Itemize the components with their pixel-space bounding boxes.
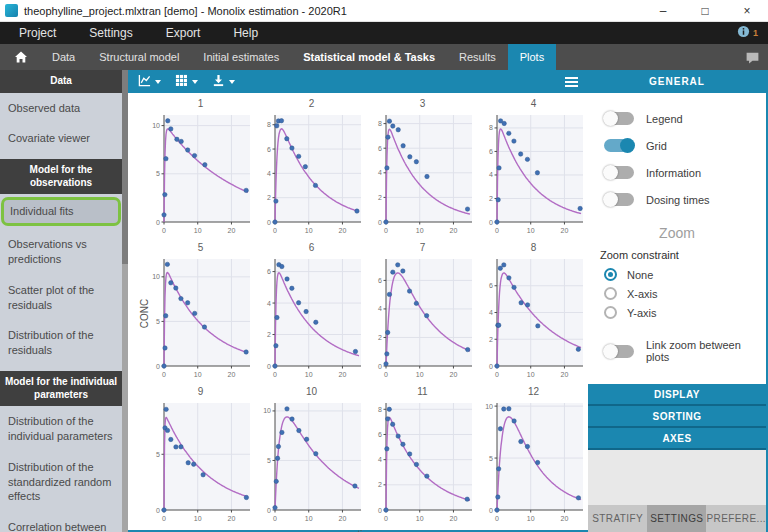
window-title: theophylline_project.mlxtran [demo] - Mo… — [24, 5, 347, 17]
toggle-grid-toggle[interactable] — [604, 139, 634, 152]
sidebar-item-distribution-of-the-individual-parameters[interactable]: Distribution of the individual parameter… — [0, 406, 122, 452]
svg-text:2: 2 — [489, 336, 493, 343]
toggle-dosing-times-row: Dosing times — [588, 186, 766, 213]
toggle-information-toggle[interactable] — [604, 166, 634, 179]
plots-panel: CONC 10510010202024680102030246801020402… — [128, 70, 588, 532]
panel-tab-settings[interactable]: SETTINGS — [647, 505, 706, 532]
individual-fit-plot-6[interactable]: 6024601020 — [257, 241, 366, 385]
svg-text:0: 0 — [273, 227, 277, 234]
tab-plots[interactable]: Plots — [508, 44, 556, 70]
individual-fit-plot-1[interactable]: 1051001020 — [146, 97, 255, 241]
individual-fit-plot-7[interactable]: 7024601020 — [368, 241, 477, 385]
sidebar-item-observed-data[interactable]: Observed data — [0, 93, 122, 124]
axes-section-header[interactable]: AXES — [588, 428, 766, 450]
svg-text:20: 20 — [228, 227, 236, 234]
svg-text:0: 0 — [495, 227, 499, 234]
tab-structural-model[interactable]: Structural model — [87, 44, 191, 70]
svg-text:20: 20 — [450, 515, 458, 522]
titlebar: theophylline_project.mlxtran [demo] - Mo… — [0, 0, 768, 22]
sidebar-item-correlation-between-random-effects[interactable]: Correlation between random effects — [0, 512, 122, 532]
svg-text:20: 20 — [339, 515, 347, 522]
zoom-constraint-y-axis[interactable]: Y-axis — [588, 303, 766, 322]
individual-fit-plot-5[interactable]: 5051001020 — [146, 241, 255, 385]
svg-text:10: 10 — [305, 371, 313, 378]
svg-text:4: 4 — [378, 305, 382, 312]
menu-item-settings[interactable]: Settings — [75, 26, 146, 40]
plot-menu-icon[interactable] — [565, 77, 578, 87]
tab-statistical-model-tasks[interactable]: Statistical model & Tasks — [291, 44, 447, 70]
svg-text:0: 0 — [384, 515, 388, 522]
notification-area[interactable]: 1 — [737, 24, 768, 42]
export-button[interactable] — [212, 73, 235, 91]
zoom-constraint-x-axis[interactable]: X-axis — [588, 284, 766, 303]
sidebar-item-individual-fits[interactable]: Individual fits — [1, 197, 121, 226]
tab-initial-estimates[interactable]: Initial estimates — [191, 44, 291, 70]
plot-title: 2 — [257, 97, 366, 110]
close-button[interactable]: × — [726, 0, 768, 22]
svg-text:5: 5 — [156, 318, 160, 325]
zoom-section-title: Zoom — [588, 225, 766, 241]
plot-svg: 0501020 — [146, 398, 255, 525]
toggle-legend-toggle[interactable] — [604, 112, 634, 125]
plot-svg: 051001020 — [257, 398, 366, 525]
individual-fit-plot-3[interactable]: 30246801020 — [368, 97, 477, 241]
toggle-legend-row: Legend — [588, 105, 766, 132]
individual-fit-plot-8[interactable]: 8024601020 — [479, 241, 588, 385]
individual-fit-plot-10[interactable]: 10051001020 — [257, 385, 366, 529]
settings-panel: GENERAL LegendGridInformationDosing time… — [588, 70, 766, 532]
svg-text:4: 4 — [378, 169, 382, 176]
tab-results[interactable]: Results — [447, 44, 508, 70]
plot-type-button[interactable] — [138, 73, 161, 91]
svg-text:2: 2 — [378, 481, 382, 488]
toggle-information-label: Information — [646, 167, 701, 179]
toggle-dosing-times-toggle[interactable] — [604, 193, 634, 206]
tab-data[interactable]: Data — [40, 44, 87, 70]
individual-fit-plot-12[interactable]: 12051001020 — [479, 385, 588, 529]
svg-text:4: 4 — [378, 456, 382, 463]
individual-fit-plot-4[interactable]: 40246801020 — [479, 97, 588, 241]
chat-bubble-icon[interactable] — [745, 50, 768, 65]
display-section-header[interactable]: DISPLAY — [588, 384, 766, 406]
plot-area: CONC 10510010202024680102030246801020402… — [128, 93, 588, 532]
toggle-knob — [603, 165, 618, 180]
menu-item-export[interactable]: Export — [152, 26, 215, 40]
plot-svg: 051001020 — [146, 254, 255, 381]
info-icon[interactable] — [737, 24, 750, 42]
sidebar-item-distribution-of-the-residuals[interactable]: Distribution of the residuals — [0, 320, 122, 366]
panel-tab-stratify[interactable]: STRATIFY — [588, 505, 647, 532]
individual-fit-plot-11[interactable]: 110246801020 — [368, 385, 477, 529]
sorting-section-header[interactable]: SORTING — [588, 406, 766, 428]
sidebar-item-distribution-of-the-standardized-random-effects[interactable]: Distribution of the standardized random … — [0, 452, 122, 513]
menu-item-project[interactable]: Project — [5, 26, 70, 40]
panel-tab-prefere[interactable]: PREFERE... — [706, 505, 766, 532]
maximize-button[interactable]: □ — [684, 0, 726, 22]
svg-text:8: 8 — [378, 120, 382, 127]
radio-label: None — [627, 269, 653, 281]
svg-text:20: 20 — [561, 227, 569, 234]
sidebar-item-observations-vs-predictions[interactable]: Observations vs predictions — [0, 229, 122, 275]
toggle-knob — [603, 111, 618, 126]
svg-text:4: 4 — [267, 170, 271, 177]
link-zoom-label: Link zoom between plots — [646, 339, 766, 363]
home-icon[interactable] — [0, 50, 40, 64]
general-section-body: LegendGridInformationDosing times Zoom Z… — [588, 93, 766, 384]
sidebar-item-scatter-plot-of-the-residuals[interactable]: Scatter plot of the residuals — [0, 275, 122, 321]
menu-item-help[interactable]: Help — [219, 26, 272, 40]
svg-text:0: 0 — [267, 219, 271, 226]
individual-fit-plot-2[interactable]: 20246801020 — [257, 97, 366, 241]
individual-fit-plot-9[interactable]: 90501020 — [146, 385, 255, 529]
link-zoom-toggle[interactable] — [604, 345, 634, 358]
general-section-header[interactable]: GENERAL — [588, 70, 766, 93]
svg-text:0: 0 — [156, 219, 160, 226]
svg-text:4: 4 — [489, 309, 493, 316]
plot-svg: 0246801020 — [368, 398, 477, 525]
subplot-layout-button[interactable] — [175, 73, 198, 91]
svg-text:10: 10 — [152, 273, 160, 280]
minimize-button[interactable]: – — [642, 0, 684, 22]
svg-text:6: 6 — [267, 268, 271, 275]
individual-fits-grid: 1051001020202468010203024680102040246801… — [146, 97, 588, 529]
svg-text:0: 0 — [495, 371, 499, 378]
svg-text:4: 4 — [267, 300, 271, 307]
sidebar-item-covariate-viewer[interactable]: Covariate viewer — [0, 123, 122, 154]
zoom-constraint-none[interactable]: None — [588, 265, 766, 284]
